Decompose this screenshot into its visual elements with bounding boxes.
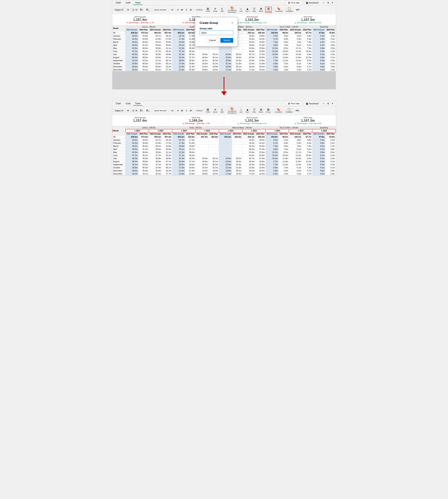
conditional-formatting-btn[interactable]: 🎨 Conditionalformatting ▾: [227, 6, 237, 14]
decrease-font-btn-2[interactable]: A↓: [145, 109, 150, 113]
storyboard-button-2[interactable]: ▦ Storyboard: [304, 102, 320, 106]
top-n-btn[interactable]: ▲ Top n: [245, 7, 250, 13]
font-size-select-2[interactable]: 12: [131, 109, 138, 112]
cell-all-14: 100.2m: [289, 31, 302, 34]
tab2-card[interactable]: Card: [124, 102, 132, 106]
cell-all-11: 265.4m: [255, 31, 266, 34]
pivot-data-button[interactable]: ⊞ Pivot data: [286, 0, 301, 5]
cell2-january-16: 4.4m: [312, 139, 325, 141]
group-label-input[interactable]: [200, 31, 233, 35]
series-btn[interactable]: ≡ Series: [212, 7, 219, 13]
dec-decrease-btn[interactable]: .00: [189, 9, 192, 11]
configure-btn-2[interactable]: Configure: [195, 109, 204, 112]
cell-august-3: 47.1m: [162, 56, 172, 59]
templates-btn-2[interactable]: 📋 Templates: [285, 108, 294, 113]
cell-june-7: [208, 50, 219, 53]
blend-btn[interactable]: ⊕ Blend: [258, 7, 264, 13]
soda-2023-group[interactable]: ∨ 2023: [196, 129, 219, 132]
maximize-btn[interactable]: ⧉: [326, 1, 330, 4]
sort-btn-2[interactable]: ↕ Sort: [239, 108, 243, 113]
s2-2023a: 2023 Actuals: [196, 132, 208, 135]
sort-btn[interactable]: ↕ Sort: [239, 7, 243, 13]
filter-btn-2[interactable]: ▽ Filter: [252, 108, 257, 113]
trellis-btn[interactable]: ⊞ Trellis: [205, 7, 211, 13]
tab2-chart[interactable]: Chart: [114, 102, 123, 106]
cell2-february-13: 3.9m: [279, 141, 289, 145]
submit-button[interactable]: Submit: [220, 38, 233, 43]
font-family-select-2[interactable]: Segoe UI: [113, 109, 130, 112]
filter-btn[interactable]: ▽ Filter: [252, 7, 257, 13]
blend-btn-2[interactable]: ⊕ Blend: [258, 108, 264, 113]
cell-november-9: 20.1m: [232, 65, 242, 68]
create-group-modal[interactable]: Create Group × Group Label Cancel Submit: [195, 17, 238, 47]
sp2-2024p: 2024 Plan: [325, 132, 336, 135]
group-btn-2[interactable]: ⊞ Group: [265, 108, 272, 113]
cell-april-13: 7.5m: [279, 44, 289, 47]
pivot-data-button-2[interactable]: ⊞ Pivot data: [286, 101, 301, 106]
juices-2024-group[interactable]: ∨ 2024: [126, 129, 149, 132]
percent-btn[interactable]: %: [176, 9, 179, 11]
tea-2024-group[interactable]: ∨ 2024: [265, 129, 289, 132]
annotation-btn-2[interactable]: 🔖 Annotation: [274, 108, 283, 113]
font-family-select[interactable]: Segoe UI: [113, 8, 130, 11]
trellis-btn-2[interactable]: ⊞ Trellis: [205, 108, 211, 113]
cell-november-16: 4.6m: [312, 65, 325, 68]
juices-2023-group[interactable]: ∨ 2023: [149, 129, 172, 132]
dec-decrease-btn-2[interactable]: .00: [189, 109, 192, 112]
minimize-btn[interactable]: —: [322, 1, 326, 4]
close-btn[interactable]: ✕: [331, 1, 335, 4]
dollar-btn[interactable]: $€: [180, 9, 184, 11]
dec-increase-btn[interactable]: .0: [185, 9, 187, 11]
split-btn[interactable]: ⫿ Split: [220, 7, 224, 13]
close-btn-2[interactable]: ✕: [331, 102, 335, 105]
cell2-august-6: 34.6m: [196, 160, 208, 163]
top-n-btn-2[interactable]: ▲ Top n: [245, 108, 250, 113]
minimize-btn-2[interactable]: —: [322, 102, 326, 105]
kpi-btn-2[interactable]: KPI: [295, 109, 300, 112]
increase-font-btn[interactable]: A↑: [139, 8, 144, 12]
cell-january-17: 4.4m: [325, 34, 336, 37]
kpi-btn[interactable]: KPI: [295, 8, 300, 11]
s-2024a: 2024 Actuals: [172, 28, 185, 31]
tab2-table[interactable]: Table: [133, 102, 143, 106]
percent-btn-2[interactable]: %: [176, 109, 179, 112]
modal-close-btn[interactable]: ×: [231, 21, 233, 25]
group-btn[interactable]: ⊞ Group: [265, 7, 272, 13]
series-btn-2[interactable]: ≡ Series: [212, 108, 219, 113]
sparkling-2024-group[interactable]: ∨ 2024: [312, 129, 336, 132]
decrease-font-btn[interactable]: A↓: [145, 8, 150, 12]
font-size-select[interactable]: 12: [131, 8, 138, 11]
cell-august-16: 3.5m: [312, 56, 325, 59]
cell2-all-3: 407.4m: [162, 135, 172, 139]
conditional-formatting-btn-2[interactable]: 🎨 Conditionalformatting ▾: [227, 107, 237, 114]
cell2-august-3: 47.1m: [162, 160, 172, 163]
sparkling-header-2: Sparkling: [312, 126, 336, 129]
quick-format-button[interactable]: Quick format ▾: [153, 8, 168, 12]
annotation-btn[interactable]: 🔖 Annotation: [274, 7, 284, 13]
tab-card[interactable]: Card: [124, 1, 132, 5]
cell-april-10: 19.6m: [242, 44, 255, 47]
cell-december-15: 3.7m: [302, 68, 312, 71]
maximize-btn-2[interactable]: ⧉: [326, 102, 330, 105]
increase-font-btn-2[interactable]: A↑: [139, 109, 144, 113]
tea-2023-group[interactable]: ∨ 2023: [289, 129, 312, 132]
split-btn-2[interactable]: ⫿ Split: [220, 108, 224, 113]
cell2-september-2: 37.1m: [149, 163, 162, 166]
cell2-june-15: 10.4m: [302, 154, 312, 157]
mineral-2023-group[interactable]: ∨ 2023: [242, 129, 266, 132]
quick-format-button-2[interactable]: Quick format ▾: [153, 109, 168, 112]
cell-february-3: 27.5m: [162, 37, 172, 41]
tab-table[interactable]: Table: [133, 1, 143, 5]
cell2-september-8: 20.8m: [219, 163, 232, 166]
mineral-2024-group[interactable]: ∨ 2024: [219, 129, 242, 132]
storyboard-button[interactable]: ▦ Storyboard: [304, 1, 320, 5]
dec-increase-btn-2[interactable]: .0: [185, 109, 187, 112]
cancel-button[interactable]: Cancel: [206, 38, 219, 43]
cell2-april-3: 36.8m: [162, 148, 172, 151]
soda-2024-group[interactable]: ∨ 2024: [172, 129, 196, 132]
configure-btn[interactable]: Configure: [195, 8, 204, 11]
templates-btn[interactable]: 📋 Templates: [285, 7, 294, 13]
tab-chart[interactable]: Chart: [114, 1, 123, 5]
cell2-november-2: 35.8m: [149, 169, 162, 172]
dollar-btn-2[interactable]: $€: [180, 109, 184, 112]
